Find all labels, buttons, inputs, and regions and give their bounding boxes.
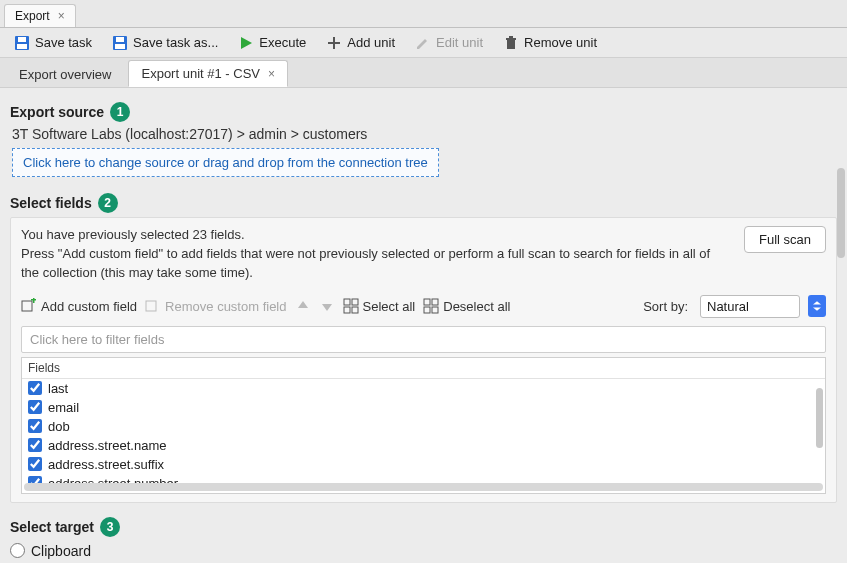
- add-custom-field-label: Add custom field: [41, 299, 137, 314]
- window-tab-label: Export: [15, 9, 50, 23]
- add-custom-field-button[interactable]: Add custom field: [21, 298, 137, 314]
- save-icon: [14, 35, 30, 51]
- target-clipboard-label: Clipboard: [31, 543, 91, 559]
- deselect-all-label: Deselect all: [443, 299, 510, 314]
- fields-hint-text: You have previously selected 23 fields. …: [21, 226, 730, 283]
- field-checkbox[interactable]: [28, 381, 42, 395]
- fields-toolbar: Add custom field Remove custom field: [21, 295, 826, 318]
- select-all-button[interactable]: Select all: [343, 298, 416, 314]
- fields-scrollbar-thumb[interactable]: [816, 388, 823, 448]
- source-breadcrumb: 3T Software Labs (localhost:27017) > adm…: [12, 126, 837, 142]
- svg-rect-10: [506, 38, 516, 40]
- full-scan-button[interactable]: Full scan: [744, 226, 826, 253]
- svg-rect-1: [18, 37, 26, 42]
- remove-unit-button[interactable]: Remove unit: [497, 32, 603, 54]
- tab-export-unit[interactable]: Export unit #1 - CSV ×: [128, 60, 288, 87]
- svg-rect-14: [33, 298, 35, 303]
- sort-by-dropdown-button[interactable]: [808, 295, 826, 317]
- move-up-button: [295, 298, 311, 314]
- field-row[interactable]: dob: [22, 417, 825, 436]
- change-source-link[interactable]: Click here to change source or drag and …: [12, 148, 439, 177]
- content-inner: Export source 1 3T Software Labs (localh…: [0, 88, 847, 563]
- svg-rect-18: [344, 299, 350, 305]
- svg-marker-17: [322, 304, 332, 311]
- deselect-all-icon: [423, 298, 439, 314]
- field-name-label: address.street.suffix: [48, 457, 164, 472]
- svg-rect-15: [146, 301, 156, 311]
- save-task-as-button[interactable]: Save task as...: [106, 32, 224, 54]
- svg-marker-16: [298, 301, 308, 308]
- svg-marker-26: [813, 301, 821, 304]
- deselect-all-button[interactable]: Deselect all: [423, 298, 510, 314]
- save-task-button[interactable]: Save task: [8, 32, 98, 54]
- svg-marker-27: [813, 308, 821, 311]
- add-unit-button[interactable]: Add unit: [320, 32, 401, 54]
- field-checkbox[interactable]: [28, 457, 42, 471]
- step-badge-3: 3: [100, 517, 120, 537]
- window-tab-export[interactable]: Export ×: [4, 4, 76, 27]
- svg-marker-6: [241, 37, 252, 49]
- field-name-label: dob: [48, 419, 70, 434]
- pencil-icon: [415, 35, 431, 51]
- section-select-fields: Select fields 2: [10, 193, 837, 213]
- field-row[interactable]: email: [22, 398, 825, 417]
- target-clipboard-row[interactable]: Clipboard: [10, 541, 837, 561]
- section-export-source-label: Export source: [10, 104, 104, 120]
- arrow-up-icon: [295, 298, 311, 314]
- fields-grid[interactable]: Fields lastemaildobaddress.street.namead…: [21, 357, 826, 494]
- save-task-label: Save task: [35, 35, 92, 50]
- svg-rect-23: [432, 299, 438, 305]
- svg-rect-4: [116, 37, 124, 42]
- field-row[interactable]: address.street.suffix: [22, 455, 825, 474]
- svg-rect-19: [352, 299, 358, 305]
- remove-custom-field-label: Remove custom field: [165, 299, 286, 314]
- select-all-label: Select all: [363, 299, 416, 314]
- svg-rect-5: [115, 44, 125, 49]
- field-row[interactable]: address.street.name: [22, 436, 825, 455]
- add-unit-label: Add unit: [347, 35, 395, 50]
- section-select-target: Select target 3: [10, 517, 837, 537]
- svg-rect-20: [344, 307, 350, 313]
- field-checkbox[interactable]: [28, 438, 42, 452]
- save-task-as-label: Save task as...: [133, 35, 218, 50]
- select-all-icon: [343, 298, 359, 314]
- execute-button[interactable]: Execute: [232, 32, 312, 54]
- step-badge-2: 2: [98, 193, 118, 213]
- field-name-label: last: [48, 381, 68, 396]
- remove-custom-field-button: Remove custom field: [145, 298, 286, 314]
- move-down-button: [319, 298, 335, 314]
- field-checkbox[interactable]: [28, 419, 42, 433]
- play-icon: [238, 35, 254, 51]
- trash-icon: [503, 35, 519, 51]
- sort-by-select[interactable]: Natural: [700, 295, 800, 318]
- svg-rect-2: [17, 44, 27, 49]
- content-scroll[interactable]: Export source 1 3T Software Labs (localh…: [0, 88, 847, 563]
- svg-rect-25: [432, 307, 438, 313]
- svg-rect-12: [22, 301, 32, 311]
- scrollbar-thumb[interactable]: [837, 168, 845, 258]
- svg-rect-8: [328, 42, 340, 44]
- sort-by-label: Sort by:: [643, 299, 688, 314]
- fields-panel: You have previously selected 23 fields. …: [10, 217, 837, 503]
- field-name-label: email: [48, 400, 79, 415]
- section-select-fields-label: Select fields: [10, 195, 92, 211]
- field-row[interactable]: last: [22, 379, 825, 398]
- section-select-target-label: Select target: [10, 519, 94, 535]
- edit-unit-button: Edit unit: [409, 32, 489, 54]
- window-tabstrip: Export ×: [0, 0, 847, 28]
- tab-export-overview[interactable]: Export overview: [6, 61, 124, 87]
- field-name-label: address.street.name: [48, 438, 167, 453]
- filter-fields-input[interactable]: [21, 326, 826, 353]
- arrow-down-icon: [319, 298, 335, 314]
- step-badge-1: 1: [110, 102, 130, 122]
- remove-unit-label: Remove unit: [524, 35, 597, 50]
- tab-export-unit-label: Export unit #1 - CSV: [141, 66, 260, 81]
- field-checkbox[interactable]: [28, 400, 42, 414]
- fields-horizontal-scrollbar[interactable]: [24, 483, 823, 491]
- svg-rect-11: [509, 36, 513, 38]
- svg-rect-21: [352, 307, 358, 313]
- add-field-icon: [21, 298, 37, 314]
- close-icon[interactable]: ×: [58, 9, 65, 23]
- close-icon[interactable]: ×: [268, 67, 275, 81]
- target-clipboard-radio[interactable]: [10, 543, 25, 558]
